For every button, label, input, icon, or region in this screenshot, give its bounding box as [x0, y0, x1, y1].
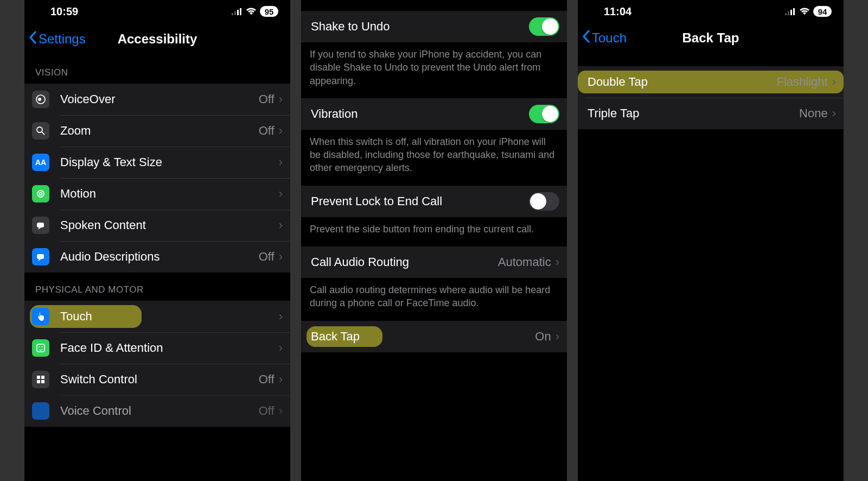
cellular-icon: [232, 5, 242, 18]
row-value: Off: [259, 250, 275, 264]
row-label: Triple Tap: [588, 106, 799, 121]
row-triple-tap[interactable]: Triple Tap None ›: [578, 98, 844, 129]
footer-vibration: When this switch is off, all vibration o…: [301, 130, 567, 186]
row-value: On: [535, 330, 551, 344]
row-motion[interactable]: Motion ›: [24, 178, 290, 210]
svg-point-6: [37, 127, 42, 132]
chevron-right-icon: ›: [279, 124, 283, 138]
screenshot-touch-settings: Shake to Undo If you tend to shake your …: [301, 0, 567, 481]
page-title: Accessibility: [118, 31, 197, 47]
row-value: Flashlight: [777, 75, 828, 89]
chevron-right-icon: ›: [279, 92, 283, 106]
chevron-right-icon: ›: [279, 250, 283, 264]
row-value: Automatic: [498, 255, 551, 269]
svg-rect-19: [785, 13, 787, 15]
svg-point-14: [42, 346, 43, 347]
row-label: Zoom: [60, 124, 259, 138]
svg-rect-12: [37, 344, 44, 352]
section-header-physical: PHYSICAL AND MOTOR: [24, 273, 290, 301]
footer-shake: If you tend to shake your iPhone by acci…: [301, 42, 567, 98]
audio-descriptions-icon: [32, 248, 49, 265]
footer-routing: Call audio routing determines where audi…: [301, 278, 567, 321]
svg-rect-3: [240, 8, 241, 15]
nav-bar: Touch Back Tap: [578, 23, 844, 53]
row-back-tap[interactable]: Back Tap On ›: [301, 321, 567, 352]
svg-point-9: [40, 193, 42, 195]
row-face-id[interactable]: Face ID & Attention ›: [24, 332, 290, 364]
row-label: Switch Control: [60, 372, 259, 387]
battery-indicator: 95: [260, 6, 278, 17]
row-shake-to-undo[interactable]: Shake to Undo: [301, 11, 567, 42]
face-id-icon: [32, 339, 49, 357]
svg-rect-1: [234, 11, 236, 15]
row-value: None: [799, 106, 828, 121]
row-display-text-size[interactable]: AA Display & Text Size ›: [24, 147, 290, 178]
row-value: Off: [259, 92, 275, 106]
voice-control-icon: [32, 402, 49, 420]
section-header-vision: VISION: [24, 55, 290, 84]
back-button[interactable]: Touch: [582, 30, 627, 46]
row-vibration[interactable]: Vibration: [301, 98, 567, 130]
row-label: Display & Text Size: [60, 155, 279, 169]
toggle-prevent-lock[interactable]: [529, 192, 559, 211]
toggle-shake-to-undo[interactable]: [529, 17, 559, 36]
svg-point-5: [38, 98, 41, 101]
svg-rect-21: [790, 10, 792, 15]
row-touch[interactable]: Touch ›: [24, 301, 290, 332]
zoom-icon: [32, 122, 49, 140]
row-label: Touch: [60, 309, 279, 324]
voiceover-icon: [32, 91, 49, 108]
row-double-tap[interactable]: Double Tap Flashlight ›: [578, 66, 844, 98]
battery-indicator: 94: [813, 6, 832, 17]
chevron-left-icon: [29, 31, 36, 47]
row-label: Shake to Undo: [311, 20, 529, 34]
back-tap-list: Double Tap Flashlight › Triple Tap None …: [578, 66, 844, 129]
status-time: 11:04: [604, 5, 631, 18]
chevron-right-icon: ›: [556, 255, 559, 269]
vision-list: VoiceOver Off › Zoom Off › AA Display & …: [24, 84, 290, 273]
svg-point-8: [37, 191, 44, 197]
cellular-icon: [785, 5, 796, 18]
chevron-left-icon: [582, 30, 590, 46]
row-label: Vibration: [311, 107, 529, 121]
chevron-right-icon: ›: [279, 341, 283, 355]
row-voice-control[interactable]: Voice Control Off ›: [24, 395, 290, 427]
switch-control-icon: [32, 371, 49, 388]
row-label: Call Audio Routing: [311, 255, 498, 269]
wifi-icon: [246, 5, 257, 18]
chevron-right-icon: ›: [556, 330, 559, 344]
motion-icon: [32, 185, 49, 202]
chevron-right-icon: ›: [279, 155, 283, 169]
footer-prevent: Prevent the side button from ending the …: [301, 217, 567, 246]
row-call-audio-routing[interactable]: Call Audio Routing Automatic ›: [301, 246, 567, 278]
row-prevent-lock-end-call[interactable]: Prevent Lock to End Call: [301, 186, 567, 217]
row-switch-control[interactable]: Switch Control Off ›: [24, 364, 290, 395]
chevron-right-icon: ›: [279, 372, 283, 387]
svg-rect-18: [41, 380, 44, 383]
chevron-right-icon: ›: [279, 187, 283, 201]
nav-bar: Settings Accessibility: [24, 23, 290, 55]
row-label: Voice Control: [60, 404, 259, 418]
toggle-vibration[interactable]: [529, 105, 559, 123]
back-button[interactable]: Settings: [29, 31, 86, 47]
row-audio-descriptions[interactable]: Audio Descriptions Off ›: [24, 241, 290, 273]
svg-point-13: [39, 346, 40, 347]
row-label: Spoken Content: [60, 218, 279, 232]
row-label: Face ID & Attention: [60, 341, 279, 355]
screenshot-accessibility: 10:59 95 Settings Accessibility VISION V…: [24, 0, 290, 481]
row-voiceover[interactable]: VoiceOver Off ›: [24, 84, 290, 115]
touch-icon: [32, 308, 49, 325]
row-value: Off: [259, 404, 275, 418]
svg-rect-17: [37, 380, 40, 383]
row-value: Off: [259, 372, 275, 387]
wifi-icon: [799, 5, 810, 18]
row-zoom[interactable]: Zoom Off ›: [24, 115, 290, 147]
row-label: Double Tap: [588, 75, 777, 89]
row-label: Audio Descriptions: [60, 250, 259, 264]
svg-line-7: [42, 132, 44, 135]
row-spoken-content[interactable]: Spoken Content ›: [24, 210, 290, 241]
text-size-icon: AA: [32, 154, 49, 171]
svg-rect-20: [788, 11, 789, 15]
svg-rect-16: [41, 376, 44, 379]
chevron-right-icon: ›: [832, 106, 836, 121]
